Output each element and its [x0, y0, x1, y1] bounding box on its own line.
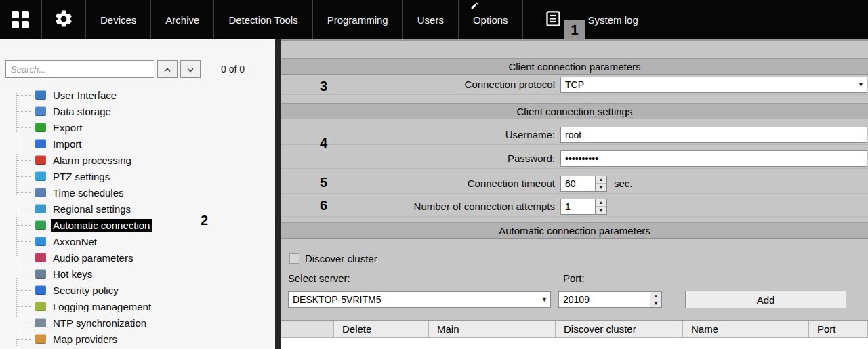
- application-window: Devices Archive Detection Tools Programm…: [0, 0, 868, 349]
- column-header-name[interactable]: Name: [683, 321, 809, 338]
- connection-timeout-row: Connection timeout ▲▼ sec.: [281, 173, 868, 194]
- tab-programming-label: Programming: [327, 14, 388, 26]
- gear-icon: [54, 9, 74, 31]
- tree-item-alarm-processing[interactable]: Alarm processing: [0, 152, 275, 168]
- connection-timeout-input[interactable]: [560, 176, 596, 192]
- tree-item-logging-management[interactable]: Logging management: [0, 298, 275, 314]
- connection-attempts-spinbox: ▲▼: [560, 199, 607, 215]
- select-server-value: DESKTOP-5VRITM5: [293, 294, 381, 305]
- schedule-clock-icon: [35, 188, 46, 197]
- column-header-port[interactable]: Port: [809, 321, 868, 338]
- settings-gear-button[interactable]: [42, 0, 85, 39]
- tab-options-label: Options: [473, 14, 508, 26]
- tab-users-label: Users: [417, 14, 444, 26]
- select-server-dropdown[interactable]: DESKTOP-5VRITM5 ▼: [288, 291, 551, 308]
- tree-item-user-interface[interactable]: User Interface: [0, 87, 275, 103]
- toolbar-separator: [522, 0, 523, 39]
- tree-item-regional-settings[interactable]: Regional settings: [0, 201, 275, 217]
- tab-users[interactable]: Users: [403, 0, 458, 39]
- column-header-main[interactable]: Main: [429, 321, 556, 338]
- chevron-down-icon: [187, 64, 194, 75]
- ptz-crosshair-icon: [35, 171, 46, 181]
- tab-options[interactable]: Options: [459, 0, 522, 39]
- tree-item-automatic-connection[interactable]: Automatic connection: [0, 217, 275, 233]
- tree-item-ntp-synchronization[interactable]: NTP synchronization: [0, 314, 275, 331]
- search-input[interactable]: [5, 60, 154, 78]
- audio-icon: [35, 253, 46, 262]
- search-prev-button[interactable]: [157, 60, 178, 78]
- connection-protocol-select[interactable]: TCP ▼: [560, 77, 867, 93]
- spinner-up-icon[interactable]: ▲: [596, 199, 606, 207]
- timeout-unit-label: sec.: [614, 178, 633, 189]
- column-header-discover-cluster[interactable]: Discover cluster: [556, 321, 683, 338]
- tree-item-hot-keys[interactable]: Hot keys: [0, 266, 275, 282]
- section-header-client-connection-settings: Client connection settings: [281, 103, 868, 119]
- discover-cluster-label: Discover cluster: [305, 253, 377, 264]
- password-input[interactable]: [560, 150, 867, 167]
- search-next-button[interactable]: [180, 60, 201, 78]
- callout-5: 5: [320, 175, 327, 190]
- export-icon: [35, 123, 46, 132]
- port-spinbox: ▲▼: [558, 291, 662, 308]
- spinner-up-icon[interactable]: ▲: [596, 176, 606, 184]
- tree-item-axxonnet[interactable]: AxxonNet: [0, 233, 275, 249]
- spinner-up-icon[interactable]: ▲: [650, 292, 661, 300]
- panel-top-spacer: [281, 39, 868, 58]
- connection-timeout-spinbox: ▲▼: [560, 176, 607, 192]
- tab-detection-tools[interactable]: Detection Tools: [214, 0, 312, 39]
- tree-item-export[interactable]: Export: [0, 119, 275, 136]
- username-input[interactable]: [560, 127, 867, 143]
- search-result-counter: 0 of 0: [221, 64, 245, 75]
- tab-system-log-label: System log: [588, 14, 638, 26]
- tab-archive[interactable]: Archive: [151, 0, 213, 39]
- apps-menu-button[interactable]: [0, 0, 41, 39]
- servers-table-body: [281, 338, 868, 349]
- connection-attempts-spinner[interactable]: ▲▼: [596, 199, 607, 215]
- tab-detection-tools-label: Detection Tools: [228, 14, 297, 26]
- monitor-icon: [35, 90, 46, 100]
- chevron-down-icon: ▼: [539, 296, 550, 303]
- spinner-down-icon[interactable]: ▼: [596, 184, 606, 191]
- connection-protocol-value: TCP: [565, 79, 584, 90]
- tab-programming[interactable]: Programming: [313, 0, 402, 39]
- search-bar: 0 of 0: [0, 60, 275, 79]
- callout-4: 4: [320, 136, 327, 151]
- column-header-delete[interactable]: Delete: [334, 321, 429, 338]
- callout-2: 2: [201, 213, 208, 228]
- tree-item-ptz-settings[interactable]: PTZ settings: [0, 168, 275, 184]
- tree-item-audio-parameters[interactable]: Audio parameters: [0, 249, 275, 266]
- column-header-blank: [281, 321, 334, 338]
- spinner-down-icon[interactable]: ▼: [650, 300, 661, 308]
- tab-system-log[interactable]: System log: [574, 0, 653, 39]
- tree-item-time-schedules[interactable]: Time schedules: [0, 184, 275, 201]
- port-input[interactable]: [558, 291, 650, 308]
- alarm-icon: [35, 155, 46, 165]
- username-row: Username:: [281, 125, 868, 145]
- keyboard-icon: [35, 269, 46, 279]
- tab-archive-label: Archive: [165, 14, 199, 26]
- shield-icon: [35, 285, 46, 295]
- port-spinner[interactable]: ▲▼: [650, 291, 662, 308]
- discover-cluster-checkbox[interactable]: [289, 253, 299, 264]
- password-row: Password:: [281, 148, 868, 169]
- tree-item-import[interactable]: Import: [0, 136, 275, 152]
- settings-tree: User Interface Data storage Export Impor…: [0, 87, 275, 347]
- tab-devices[interactable]: Devices: [86, 0, 150, 39]
- servers-table-header: Delete Main Discover cluster Name Port: [281, 320, 868, 338]
- tree-item-security-policy[interactable]: Security policy: [0, 282, 275, 298]
- network-icon: [35, 237, 46, 246]
- connection-attempts-input[interactable]: [560, 199, 596, 215]
- connection-timeout-spinner[interactable]: ▲▼: [596, 176, 607, 192]
- tree-item-data-storage[interactable]: Data storage: [0, 103, 275, 119]
- apps-grid-icon: [12, 11, 30, 29]
- section-header-client-connection-parameters: Client connection parameters: [281, 58, 868, 75]
- panel-divider[interactable]: [275, 39, 281, 349]
- spinner-down-icon[interactable]: ▼: [596, 207, 606, 214]
- select-server-label: Select server:: [281, 272, 558, 286]
- add-button[interactable]: Add: [685, 291, 846, 308]
- discover-cluster-row: Discover cluster: [281, 251, 868, 266]
- tree-item-map-providers[interactable]: Map providers: [0, 331, 275, 347]
- chevron-up-icon: [164, 64, 171, 75]
- top-toolbar: Devices Archive Detection Tools Programm…: [0, 0, 868, 39]
- tab-devices-label: Devices: [100, 14, 136, 26]
